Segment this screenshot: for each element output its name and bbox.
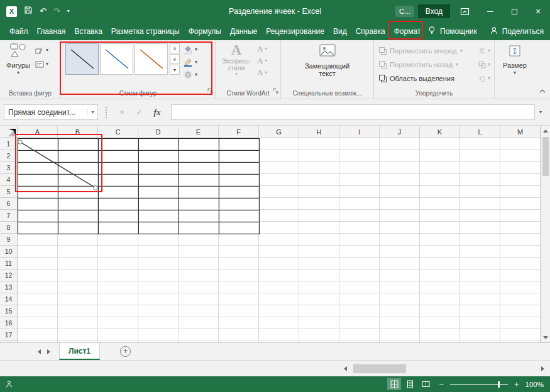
gallery-down-icon[interactable]: ∨ — [170, 54, 180, 64]
column-header-K[interactable]: K — [420, 126, 460, 138]
ribbon-tab-home[interactable]: Главная — [33, 23, 70, 40]
alt-text-button[interactable]: Замещающий текст — [299, 44, 356, 77]
close-button[interactable]: × — [526, 0, 550, 23]
add-sheet-button[interactable]: + — [120, 346, 131, 357]
row-header-7[interactable]: 7 — [0, 210, 17, 222]
zoom-slider[interactable] — [450, 384, 508, 385]
name-box[interactable]: Прямая соединит... ▾ — [4, 104, 98, 120]
column-header-B[interactable]: B — [58, 126, 98, 138]
line-style-black[interactable] — [65, 43, 99, 75]
row-header-6[interactable]: 6 — [0, 198, 17, 210]
formula-bar-splitter[interactable] — [106, 107, 108, 118]
status-icon[interactable] — [5, 380, 13, 388]
row-header-4[interactable]: 4 — [0, 174, 17, 186]
column-header-D[interactable]: D — [138, 126, 179, 138]
row-header-1[interactable]: 1 — [0, 138, 17, 150]
scroll-up-icon[interactable] — [541, 126, 550, 136]
ribbon-tab-formulas[interactable]: Формулы — [184, 23, 226, 40]
share-button[interactable]: Поделиться — [502, 27, 544, 36]
gallery-more-icon[interactable]: ▾ — [170, 65, 180, 75]
gallery-up-icon[interactable]: ∧ — [170, 43, 180, 53]
ribbon-tab-view[interactable]: Вид — [329, 23, 351, 40]
ribbon-tab-data[interactable]: Данные — [226, 23, 261, 40]
text-box-button[interactable]: ▾ — [35, 60, 48, 68]
insert-function-button[interactable]: fx — [148, 107, 166, 117]
zoom-out-button[interactable]: − — [439, 380, 444, 388]
row-header-5[interactable]: 5 — [0, 186, 17, 198]
ribbon-display-options-icon[interactable] — [460, 7, 470, 16]
row-header-2[interactable]: 2 — [0, 150, 17, 162]
maximize-button[interactable] — [502, 0, 526, 23]
row-header-15[interactable]: 15 — [0, 305, 17, 317]
column-header-G[interactable]: G — [259, 126, 299, 138]
shape-styles-dialog-launcher-icon[interactable] — [207, 85, 213, 96]
line-style-blue[interactable] — [100, 43, 133, 75]
minimize-button[interactable] — [478, 0, 502, 23]
page-layout-view-icon[interactable] — [403, 378, 417, 390]
column-header-C[interactable]: C — [98, 126, 138, 138]
horizontal-scroll-thumb[interactable] — [353, 364, 406, 373]
shape-outline-button[interactable]: ▾ — [183, 57, 197, 67]
line-style-orange[interactable] — [135, 43, 168, 75]
ribbon-tab-help[interactable]: Справка — [351, 23, 390, 40]
collapse-ribbon-icon[interactable] — [539, 85, 546, 96]
formula-input[interactable] — [171, 104, 535, 120]
row-header-9[interactable]: 9 — [0, 234, 17, 246]
horizontal-scrollbar[interactable] — [339, 362, 548, 375]
size-button[interactable]: Размер ▾ — [495, 40, 535, 75]
sign-in-button[interactable]: Вход — [418, 4, 450, 18]
vertical-scrollbar[interactable] — [541, 126, 550, 342]
row-header-14[interactable]: 14 — [0, 293, 17, 305]
sheet-tab-active[interactable]: Лист1 — [59, 343, 100, 360]
account-chip[interactable]: С... — [395, 6, 414, 17]
row-header-12[interactable]: 12 — [0, 270, 17, 281]
undo-icon[interactable]: ↶ — [40, 0, 47, 23]
zoom-slider-thumb[interactable] — [498, 381, 500, 388]
edit-shape-button[interactable]: ▾ — [35, 46, 48, 55]
row-header-13[interactable]: 13 — [0, 281, 17, 293]
column-header-L[interactable]: L — [460, 126, 500, 138]
ribbon-tab-file[interactable]: Файл — [5, 23, 33, 40]
shape-fill-button[interactable]: ▾ — [183, 44, 197, 55]
ribbon-tab-page-layout[interactable]: Разметка страницы — [107, 23, 184, 40]
wordart-dialog-launcher-icon[interactable] — [273, 85, 278, 96]
shapes-button[interactable]: Фигуры ▾ — [4, 43, 33, 75]
normal-view-icon[interactable] — [387, 378, 401, 390]
scroll-right-icon[interactable] — [537, 362, 548, 375]
column-header-J[interactable]: J — [380, 126, 420, 138]
horizontal-scroll-track[interactable] — [351, 362, 537, 375]
scroll-left-icon[interactable] — [339, 362, 351, 375]
tellme-label[interactable]: Помощник — [440, 27, 477, 36]
row-header-8[interactable]: 8 — [0, 222, 17, 234]
save-icon[interactable] — [24, 6, 33, 17]
column-header-M[interactable]: M — [500, 126, 541, 138]
row-header-11[interactable]: 11 — [0, 258, 17, 270]
zoom-in-button[interactable]: + — [514, 380, 519, 388]
zoom-level[interactable]: 100% — [525, 381, 544, 388]
ribbon-tab-format[interactable]: Формат — [390, 23, 426, 40]
select-all-corner[interactable] — [0, 126, 18, 138]
column-header-A[interactable]: A — [18, 126, 58, 138]
selection-pane-button[interactable]: Область выделения — [379, 73, 477, 84]
row-header-17[interactable]: 17 — [0, 329, 17, 341]
row-header-3[interactable]: 3 — [0, 162, 17, 174]
scroll-down-icon[interactable] — [541, 332, 550, 342]
shape-handle-start[interactable] — [18, 140, 22, 144]
row-header-10[interactable]: 10 — [0, 246, 17, 258]
grid-cells[interactable] — [18, 138, 541, 342]
row-header-16[interactable]: 16 — [0, 317, 17, 329]
ribbon-tab-review[interactable]: Рецензирование — [261, 23, 329, 40]
name-box-caret-icon[interactable]: ▾ — [87, 109, 97, 115]
formula-bar-expand-icon[interactable]: ▾ — [535, 109, 546, 115]
shape-effects-button[interactable]: ▾ — [183, 69, 197, 80]
shape-handle-end[interactable] — [94, 186, 97, 190]
next-sheet-icon[interactable] — [47, 349, 50, 354]
column-header-I[interactable]: I — [339, 126, 380, 138]
column-header-E[interactable]: E — [179, 126, 219, 138]
column-header-H[interactable]: H — [299, 126, 339, 138]
column-header-F[interactable]: F — [219, 126, 259, 138]
ribbon-tab-insert[interactable]: Вставка — [70, 23, 107, 40]
connector-line-shape[interactable] — [18, 138, 106, 196]
previous-sheet-icon[interactable] — [38, 349, 41, 354]
vertical-scroll-thumb[interactable] — [542, 137, 549, 176]
